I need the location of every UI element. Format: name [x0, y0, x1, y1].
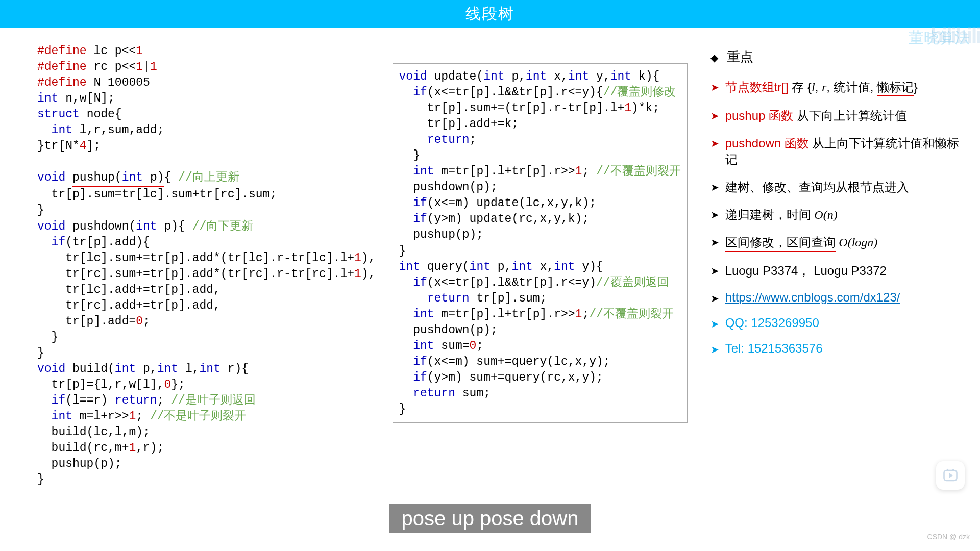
notes-item-text: 建树、修改、查询均从根节点进入 [725, 179, 909, 195]
arrow-black-icon: ➤ [710, 209, 719, 221]
notes-item: ➤Luogu P3374， Luogu P3372 [710, 263, 965, 279]
page-title: 线段树 [465, 4, 514, 24]
code-column-middle: void update(int p,int x,int y,int k){ if… [393, 38, 688, 551]
notes-item-text: 递归建树，时间 O(n) [725, 207, 838, 223]
notes-item: ➤递归建树，时间 O(n) [710, 207, 965, 223]
notes-item-text[interactable]: https://www.cnblogs.com/dx123/ [725, 290, 900, 305]
watermark-bilibili: bilibili [930, 23, 980, 48]
arrow-black-icon: ➤ [710, 265, 719, 277]
play-button[interactable] [936, 461, 965, 490]
notes-list: ➤节点数组tr[] 存 {l, r, 统计值, 懒标记}➤pushup 函数 从… [710, 79, 965, 356]
subtitle-caption: pose up pose down [389, 504, 591, 533]
play-icon [943, 468, 958, 483]
arrow-black-icon: ➤ [710, 292, 719, 305]
arrow-red-icon: ➤ [710, 81, 719, 93]
notes-item-text: QQ: 1253269950 [725, 316, 819, 330]
notes-item-text: 区间修改，区间查询 O(logn) [725, 234, 878, 252]
notes-item: ➤区间修改，区间查询 O(logn) [710, 234, 965, 252]
notes-item: ➤https://www.cnblogs.com/dx123/ [710, 290, 965, 305]
notes-item-text: pushup 函数 从下向上计算统计值 [725, 108, 907, 124]
notes-item-text: 节点数组tr[] 存 {l, r, 统计值, 懒标记} [725, 79, 918, 96]
arrow-black-icon: ➤ [710, 181, 719, 193]
notes-item: ➤QQ: 1253269950 [710, 316, 965, 330]
notes-item: ➤pushup 函数 从下向上计算统计值 [710, 108, 965, 124]
code-block-update-query: void update(int p,int x,int y,int k){ if… [393, 63, 688, 423]
arrow-red-icon: ➤ [710, 137, 719, 149]
notes-item-text: pushdown 函数 从上向下计算统计值和懒标记 [725, 135, 965, 168]
code-block-definitions: #define lc p<<1 #define rc p<<1|1 #defin… [31, 38, 382, 493]
code-column-left: #define lc p<<1 #define rc p<<1|1 #defin… [31, 38, 382, 551]
notes-item: ➤Tel: 15215363576 [710, 341, 965, 356]
arrow-blue-icon: ➤ [710, 318, 719, 330]
notes-column: 重点 ➤节点数组tr[] 存 {l, r, 统计值, 懒标记}➤pushup 函… [698, 38, 965, 551]
notes-heading: 重点 [710, 48, 965, 66]
notes-item: ➤建树、修改、查询均从根节点进入 [710, 179, 965, 195]
watermark-csdn: CSDN @ dzk [927, 533, 970, 541]
arrow-black-icon: ➤ [710, 236, 719, 248]
notes-item-text: Luogu P3374， Luogu P3372 [725, 263, 887, 279]
notes-item: ➤pushdown 函数 从上向下计算统计值和懒标记 [710, 135, 965, 168]
page-header: 线段树 [0, 0, 980, 28]
arrow-blue-icon: ➤ [710, 343, 719, 356]
diamond-icon [710, 49, 723, 64]
notes-item: ➤节点数组tr[] 存 {l, r, 统计值, 懒标记} [710, 79, 965, 96]
notes-item-text: Tel: 15215363576 [725, 341, 823, 356]
main-content: #define lc p<<1 #define rc p<<1|1 #defin… [0, 28, 980, 551]
arrow-red-icon: ➤ [710, 110, 719, 122]
